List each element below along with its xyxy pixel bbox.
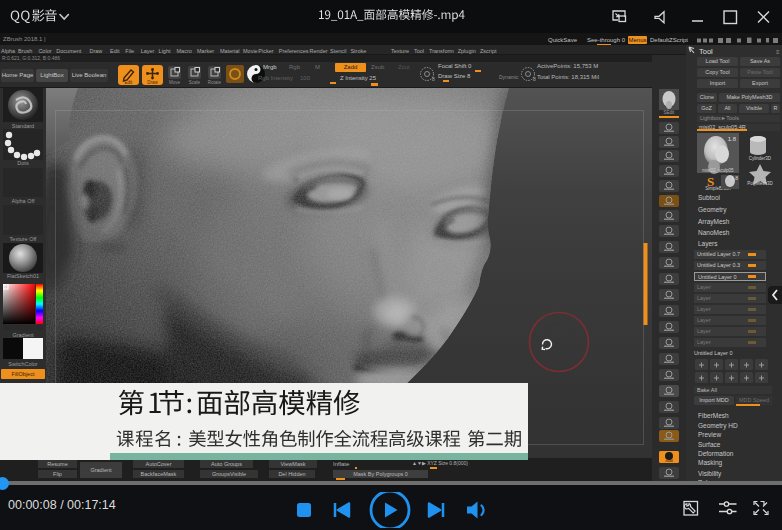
svg-text:8: 8 (432, 76, 435, 82)
svg-text:Draw: Draw (147, 80, 158, 85)
svg-text:≡: ≡ (776, 49, 780, 55)
svg-text:Tool: Tool (699, 47, 713, 56)
svg-text:Cylinder3D: Cylinder3D (749, 156, 772, 161)
svg-text:zadd: zadd (665, 459, 673, 463)
svg-text:Edit: Edit (125, 80, 134, 85)
svg-text:PolyMesh3D: PolyMesh3D (747, 181, 773, 186)
svg-text:1.8: 1.8 (728, 136, 737, 142)
svg-text:8: 8 (533, 76, 536, 82)
svg-text:1.8: 1.8 (731, 175, 738, 181)
svg-text:mist02_sculp05: mist02_sculp05 (702, 168, 734, 173)
